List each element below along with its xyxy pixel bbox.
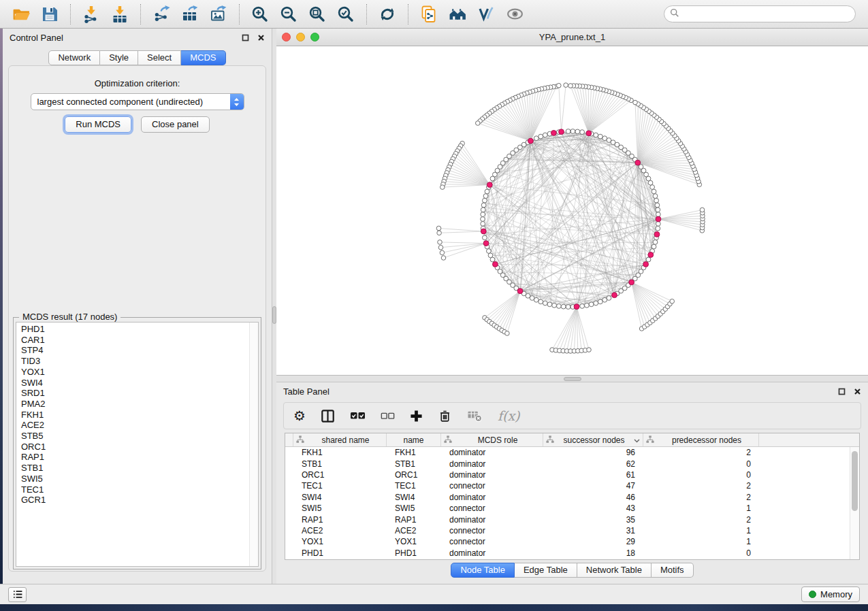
cell-MCDS-role[interactable]: dominator xyxy=(441,459,543,469)
mcds-result-list[interactable]: PHD1CAR1STP4TID3YOX1SWI4SRD1PMA2FKH1ACE2… xyxy=(16,322,259,567)
cell-shared-name[interactable]: SWI5 xyxy=(293,503,387,513)
table-row[interactable]: YOX1YOX1connector291 xyxy=(285,536,850,547)
save-session-icon[interactable] xyxy=(38,3,61,26)
cell-shared-name[interactable]: YOX1 xyxy=(293,537,387,546)
close-panel-button[interactable]: Close panel xyxy=(141,116,210,133)
cell-MCDS-role[interactable]: dominator xyxy=(441,448,543,457)
cell-successor-nodes[interactable]: 43 xyxy=(543,503,643,513)
table-row[interactable]: STB1STB1dominator620 xyxy=(285,458,850,469)
search-field[interactable] xyxy=(664,5,856,22)
mcds-result-item[interactable]: CAR1 xyxy=(16,335,248,346)
export-table-icon[interactable] xyxy=(178,3,202,26)
export-image-icon[interactable] xyxy=(207,3,230,26)
cell-predecessor-nodes[interactable]: 2 xyxy=(643,481,759,491)
cell-name[interactable]: RAP1 xyxy=(387,515,441,525)
table-scrollbar[interactable] xyxy=(850,447,859,559)
mcds-result-item[interactable]: SWI4 xyxy=(16,378,248,389)
cell-shared-name[interactable]: PHD1 xyxy=(293,548,387,558)
mcds-result-item[interactable]: SRD1 xyxy=(16,388,248,399)
tab-mcds[interactable]: MCDS xyxy=(181,50,225,65)
mcds-result-item[interactable]: STP4 xyxy=(16,345,248,356)
cell-MCDS-role[interactable]: connector xyxy=(441,526,543,535)
cell-MCDS-role[interactable]: dominator xyxy=(441,470,543,480)
node-table[interactable]: shared namenameMCDS rolesuccessor nodesp… xyxy=(285,433,860,560)
cell-successor-nodes[interactable]: 46 xyxy=(543,493,643,502)
delete-column-icon[interactable] xyxy=(438,408,452,423)
tab-select[interactable]: Select xyxy=(138,50,181,65)
zoom-fit-icon[interactable] xyxy=(306,3,329,26)
cell-name[interactable]: ORC1 xyxy=(387,470,441,480)
cell-name[interactable]: TEC1 xyxy=(387,481,441,491)
task-history-button[interactable] xyxy=(8,587,27,602)
cell-shared-name[interactable]: TEC1 xyxy=(293,481,387,491)
float-panel-icon[interactable] xyxy=(242,34,249,42)
cell-predecessor-nodes[interactable]: 2 xyxy=(643,448,759,457)
import-table-icon[interactable] xyxy=(108,3,131,26)
table-row[interactable]: SWI4SWI4dominator462 xyxy=(285,492,850,503)
zoom-in-icon[interactable] xyxy=(248,3,272,26)
split-view-icon[interactable] xyxy=(321,409,335,423)
apply-layout-icon[interactable] xyxy=(376,3,399,26)
cell-MCDS-role[interactable]: connector xyxy=(441,481,543,491)
table-row[interactable]: ORC1ORC1dominator610 xyxy=(285,469,850,480)
export-network-icon[interactable] xyxy=(150,3,173,26)
table-row[interactable]: SWI5SWI5connector431 xyxy=(285,503,850,514)
mcds-result-item[interactable]: SWI5 xyxy=(16,474,248,484)
cell-successor-nodes[interactable]: 31 xyxy=(543,526,643,535)
column-header-MCDS-role[interactable]: MCDS role xyxy=(441,433,543,446)
clone-network-icon[interactable] xyxy=(417,3,440,26)
cell-shared-name[interactable]: SWI4 xyxy=(293,493,387,502)
float-panel-icon[interactable] xyxy=(838,388,846,395)
cell-MCDS-role[interactable]: dominator xyxy=(441,515,543,525)
cell-shared-name[interactable]: STB1 xyxy=(293,459,387,469)
mcds-result-item[interactable]: FKH1 xyxy=(16,410,248,420)
cell-name[interactable]: ACE2 xyxy=(387,526,441,535)
cell-successor-nodes[interactable]: 61 xyxy=(543,470,643,480)
criterion-select[interactable]: largest connected component (undirected) xyxy=(31,93,244,110)
cell-name[interactable]: SWI5 xyxy=(387,503,441,513)
mcds-result-item[interactable]: TID3 xyxy=(16,356,248,367)
cell-predecessor-nodes[interactable]: 1 xyxy=(643,526,759,535)
tab-style[interactable]: Style xyxy=(100,50,138,65)
close-panel-icon[interactable] xyxy=(854,388,861,395)
cell-predecessor-nodes[interactable]: 0 xyxy=(643,459,759,469)
table-row[interactable]: RAP1RAP1dominator352 xyxy=(285,514,850,525)
table-row[interactable]: TEC1TEC1connector472 xyxy=(285,480,850,491)
select-all-icon[interactable] xyxy=(350,411,366,420)
mcds-result-item[interactable]: YOX1 xyxy=(16,367,248,378)
import-network-icon[interactable] xyxy=(80,3,103,26)
mcds-result-item[interactable]: ORC1 xyxy=(16,442,248,452)
column-header-name[interactable]: name xyxy=(387,433,441,446)
mcds-result-item[interactable]: STB5 xyxy=(16,431,248,442)
table-tab-network-table[interactable]: Network Table xyxy=(577,563,652,578)
mcds-result-item[interactable]: GCR1 xyxy=(16,495,248,506)
splitter-handle[interactable] xyxy=(564,377,581,381)
close-panel-icon[interactable] xyxy=(257,34,265,42)
cell-name[interactable]: YOX1 xyxy=(387,537,441,546)
cell-successor-nodes[interactable]: 29 xyxy=(543,537,643,546)
horizontal-splitter[interactable] xyxy=(276,376,868,382)
mcds-result-item[interactable]: PMA2 xyxy=(16,399,248,410)
cell-MCDS-role[interactable]: connector xyxy=(441,537,543,546)
cell-name[interactable]: SWI4 xyxy=(387,493,441,502)
mcds-result-item[interactable]: ACE2 xyxy=(16,420,248,431)
run-mcds-button[interactable]: Run MCDS xyxy=(65,116,131,133)
deselect-all-icon[interactable] xyxy=(381,412,395,420)
table-tab-node-table[interactable]: Node Table xyxy=(451,563,515,578)
list-scrollbar[interactable] xyxy=(249,323,258,566)
cell-MCDS-role[interactable]: dominator xyxy=(441,548,543,558)
add-column-icon[interactable] xyxy=(410,410,423,423)
table-tab-motifs[interactable]: Motifs xyxy=(652,563,694,578)
search-input[interactable] xyxy=(679,9,850,19)
table-tab-edge-table[interactable]: Edge Table xyxy=(515,563,577,578)
cell-name[interactable]: STB1 xyxy=(387,459,441,469)
cell-predecessor-nodes[interactable]: 0 xyxy=(643,470,759,480)
cell-MCDS-role[interactable]: dominator xyxy=(441,493,543,502)
tab-network[interactable]: Network xyxy=(48,50,100,65)
column-header-shared-name[interactable]: shared name xyxy=(293,433,387,446)
table-row[interactable]: FKH1FKH1dominator962 xyxy=(285,447,850,458)
cell-successor-nodes[interactable]: 47 xyxy=(543,481,643,491)
cell-MCDS-role[interactable]: connector xyxy=(441,503,543,513)
cell-predecessor-nodes[interactable]: 2 xyxy=(643,493,759,502)
column-header-successor-nodes[interactable]: successor nodes xyxy=(543,433,643,446)
